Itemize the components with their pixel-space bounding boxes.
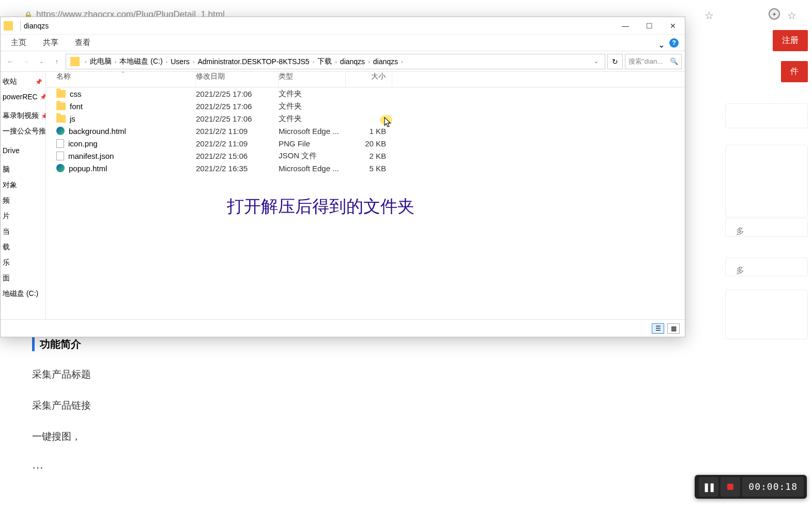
nav-item[interactable]: powerREC📌 — [1, 89, 45, 104]
up-button[interactable]: ↑ — [50, 55, 64, 68]
nav-item — [1, 104, 45, 108]
screen-recorder-toolbar[interactable]: ❚❚ 00:00:18 — [695, 475, 807, 499]
close-button[interactable]: ✕ — [661, 18, 685, 34]
window-title: dianqzs — [24, 22, 49, 30]
favorite-icon[interactable]: ☆ — [704, 9, 714, 22]
search-icon[interactable]: 🔍 — [670, 57, 678, 65]
title-bar[interactable]: dianqzs — ☐ ✕ — [1, 17, 685, 35]
icons-view-button[interactable]: ▦ — [667, 323, 680, 334]
nav-item[interactable]: 当 — [1, 224, 45, 240]
file-name: js — [70, 114, 75, 123]
file-date: 2021/2/25 17:06 — [196, 114, 279, 123]
folder-icon — [4, 21, 13, 31]
nav-item[interactable]: Drive — [1, 143, 45, 158]
back-button[interactable]: ← — [4, 55, 17, 68]
file-row[interactable]: background.html2021/2/2 11:09Microsoft E… — [46, 125, 685, 137]
file-size: 2 KB — [346, 152, 392, 160]
file-name: background.html — [69, 127, 126, 136]
nav-item[interactable]: 一搜公众号推 — [1, 124, 45, 139]
nav-item[interactable]: 脑 — [1, 162, 45, 177]
nav-item[interactable]: 频 — [1, 193, 45, 208]
chevron-right-icon[interactable]: › — [115, 58, 117, 65]
nav-item[interactable]: 地磁盘 (C:) — [1, 286, 45, 302]
column-size[interactable]: 大小 — [346, 72, 392, 87]
breadcrumb-segment[interactable]: dianqzs — [340, 57, 365, 66]
pause-button[interactable]: ❚❚ — [699, 477, 718, 497]
file-row[interactable]: font2021/2/25 17:06文件夹 — [46, 100, 685, 112]
tab-view[interactable]: 查看 — [67, 35, 99, 51]
file-type: 文件夹 — [279, 114, 346, 124]
file-row[interactable]: popup.html2021/2/2 16:35Microsoft Edge .… — [46, 162, 685, 174]
action-button[interactable]: 件 — [781, 61, 808, 82]
register-button[interactable]: 注册 — [773, 30, 808, 51]
ellipsis-icon: ⋯ — [32, 461, 719, 474]
file-size: 20 KB — [346, 139, 392, 148]
breadcrumb-segment[interactable]: 此电脑 — [90, 57, 112, 66]
maximize-button[interactable]: ☐ — [637, 18, 661, 34]
details-view-button[interactable]: ☰ — [652, 323, 664, 334]
nav-item[interactable]: 收站📌 — [1, 74, 45, 89]
help-icon[interactable]: ? — [669, 38, 679, 48]
file-list-pane[interactable]: 名称⌃ 修改日期 类型 大小 css2021/2/25 17:06文件夹font… — [46, 72, 685, 319]
chevron-down-icon[interactable]: ⌄ — [590, 58, 603, 65]
nav-item[interactable]: 乐 — [1, 255, 45, 271]
breadcrumb-segment[interactable]: Administrator.DESKTOP-8KTSJS5 — [197, 57, 309, 66]
tab-home[interactable]: 主页 — [3, 35, 35, 51]
nav-item — [1, 158, 45, 162]
chevron-right-icon[interactable]: › — [313, 58, 315, 65]
nav-item[interactable]: 对象 — [1, 177, 45, 193]
refresh-button[interactable]: ↻ — [607, 54, 623, 69]
pin-icon: 📌 — [40, 94, 46, 100]
side-card-more-1[interactable]: 多 — [725, 218, 808, 237]
overlay-annotation: 打开解压后得到的文件夹 — [227, 195, 415, 218]
chevron-right-icon[interactable]: › — [85, 58, 87, 65]
side-card-3 — [725, 290, 808, 339]
chevron-right-icon[interactable]: › — [166, 58, 168, 65]
column-type[interactable]: 类型 — [279, 72, 346, 87]
status-bar: ☰ ▦ — [1, 319, 685, 337]
column-headers: 名称⌃ 修改日期 类型 大小 — [46, 72, 685, 87]
nav-item[interactable]: 载 — [1, 240, 45, 255]
search-placeholder: 搜索"dian... — [629, 57, 663, 66]
chevron-right-icon[interactable]: › — [401, 58, 403, 65]
file-row[interactable]: manifest.json2021/2/2 15:06JSON 文件2 KB — [46, 150, 685, 162]
breadcrumb-segment[interactable]: dianqzs — [373, 57, 398, 66]
nav-item[interactable]: 片 — [1, 208, 45, 224]
file-date: 2021/2/25 17:06 — [196, 102, 279, 111]
breadcrumb-segment[interactable]: 下载 — [317, 57, 332, 66]
chevron-right-icon[interactable]: › — [193, 58, 195, 65]
navigation-pane[interactable]: 收站📌powerREC📌幕录制视频📌一搜公众号推Drive脑对象频片当载乐面地磁… — [1, 72, 46, 319]
chevron-down-icon[interactable]: ⌄ — [658, 40, 664, 46]
pin-icon: 📌 — [41, 113, 46, 119]
add-extension-icon[interactable]: + — [769, 8, 780, 20]
breadcrumb-bar[interactable]: › 此电脑 › 本地磁盘 (C:) › Users › Administrato… — [66, 54, 605, 69]
chevron-right-icon[interactable]: › — [368, 58, 370, 65]
file-name: popup.html — [69, 164, 107, 173]
file-type: Microsoft Edge ... — [279, 127, 346, 136]
file-row[interactable]: js2021/2/25 17:06文件夹 — [46, 112, 685, 125]
column-name[interactable]: 名称⌃ — [46, 72, 196, 87]
side-card-more-2[interactable]: 多 — [725, 258, 808, 276]
feature-line: 采集产品标题 — [32, 368, 719, 381]
recent-dropdown[interactable]: ⌄ — [35, 55, 48, 68]
column-date[interactable]: 修改日期 — [196, 72, 279, 87]
forward-button[interactable]: → — [19, 55, 33, 68]
collections-icon[interactable]: ☆ — [787, 9, 796, 22]
file-row[interactable]: icon.png2021/2/2 11:09PNG File20 KB — [46, 137, 685, 150]
stop-button[interactable] — [721, 477, 740, 497]
folder-icon — [56, 115, 66, 123]
recording-time: 00:00:18 — [742, 477, 804, 497]
folder-icon — [56, 102, 66, 110]
search-input[interactable]: 搜索"dian... 🔍 — [625, 54, 682, 69]
minimize-button[interactable]: — — [614, 18, 637, 34]
address-bar: ← → ⌄ ↑ › 此电脑 › 本地磁盘 (C:) › Users › Admi… — [1, 51, 685, 72]
sort-asc-icon: ⌃ — [121, 71, 125, 76]
breadcrumb-segment[interactable]: 本地磁盘 (C:) — [119, 57, 162, 66]
nav-item — [1, 139, 45, 143]
nav-item[interactable]: 面 — [1, 271, 45, 286]
chevron-right-icon[interactable]: › — [335, 58, 337, 65]
breadcrumb-segment[interactable]: Users — [171, 57, 190, 66]
nav-item[interactable]: 幕录制视频📌 — [1, 108, 45, 124]
file-row[interactable]: css2021/2/25 17:06文件夹 — [46, 87, 685, 100]
tab-share[interactable]: 共享 — [35, 35, 67, 51]
